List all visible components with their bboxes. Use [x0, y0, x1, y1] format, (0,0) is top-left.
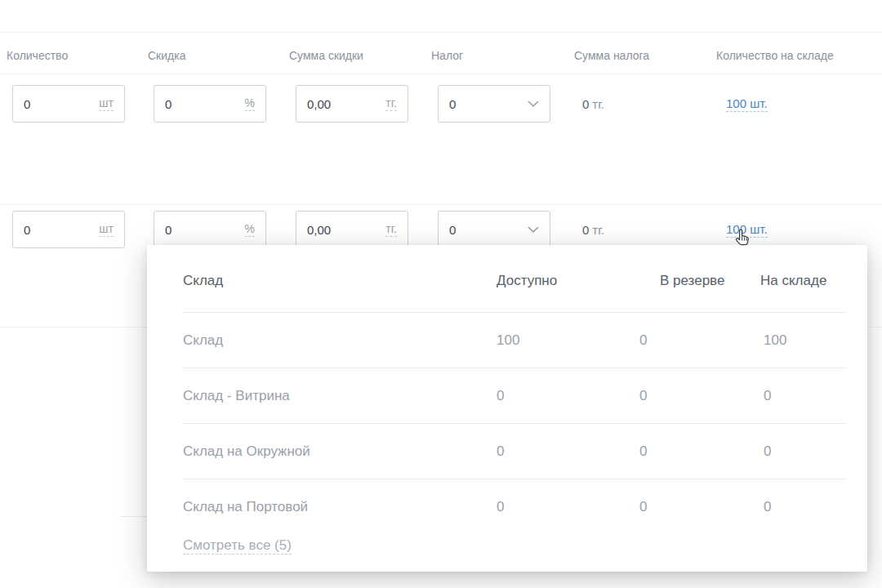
reserved-value: 0 — [639, 499, 760, 515]
popup-col-available: Доступно — [497, 273, 639, 289]
stock-cell: 100 шт. — [726, 85, 768, 122]
col-header-discount: Скидка — [148, 49, 185, 62]
discount-input[interactable]: % — [154, 211, 266, 248]
stock-popup: Склад Доступно В резерве На складе Склад… — [147, 245, 867, 572]
quantity-value-field[interactable] — [24, 97, 81, 111]
discount-sum-input[interactable]: тг. — [296, 211, 408, 248]
in-stock-value: 0 — [760, 443, 848, 460]
col-header-discount-sum: Сумма скидки — [289, 49, 363, 62]
available-value: 100 — [497, 332, 639, 349]
tax-sum-unit: тг. — [592, 97, 604, 111]
tax-sum-cell: 0 тг. — [582, 85, 604, 122]
popup-header-row: Склад Доступно В резерве На складе — [183, 249, 848, 313]
popup-row: Склад 100 0 100 — [183, 313, 848, 368]
warehouse-name: Склад — [183, 332, 497, 349]
tax-select[interactable]: 0 — [438, 85, 550, 122]
tax-selected-value: 0 — [449, 223, 456, 237]
discount-value-field[interactable] — [165, 223, 222, 237]
row-divider — [121, 516, 147, 517]
stock-cell: 100 шт. — [726, 211, 768, 248]
product-row: шт % тг. 0 0 тг. 100 шт. — [0, 211, 882, 248]
top-divider — [0, 32, 882, 33]
discount-unit-label: % — [245, 96, 255, 111]
popup-row: Склад - Витрина 0 0 0 — [183, 368, 848, 424]
col-header-quantity: Количество — [7, 49, 68, 62]
popup-col-in-stock: На складе — [760, 273, 848, 289]
in-stock-value: 100 — [760, 332, 848, 349]
quantity-unit-label: шт — [99, 96, 114, 111]
col-header-tax: Налог — [431, 49, 463, 62]
popup-row: Склад на Окружной 0 0 0 — [183, 424, 848, 479]
tax-sum-value: 0 — [582, 223, 589, 237]
product-row: шт % тг. 0 0 тг. 100 шт. — [0, 85, 882, 122]
discount-sum-value-field[interactable] — [307, 223, 364, 237]
warehouse-name: Склад на Окружной — [183, 443, 497, 460]
tax-sum-unit: тг. — [592, 223, 604, 237]
available-value: 0 — [497, 388, 639, 404]
quantity-value-field[interactable] — [24, 223, 81, 237]
discount-sum-value-field[interactable] — [307, 97, 364, 111]
order-items-panel: Количество Скидка Сумма скидки Налог Сум… — [0, 0, 882, 588]
stock-link[interactable]: 100 шт. — [726, 96, 768, 112]
popup-col-warehouse: Склад — [183, 273, 497, 289]
tax-sum-value: 0 — [582, 97, 589, 111]
discount-sum-unit-label: тг. — [385, 222, 397, 237]
col-header-stock: Количество на складе — [716, 49, 834, 62]
in-stock-value: 0 — [760, 499, 848, 515]
discount-value-field[interactable] — [165, 97, 222, 111]
reserved-value: 0 — [639, 388, 760, 404]
in-stock-value: 0 — [760, 388, 848, 404]
stock-link[interactable]: 100 шт. — [726, 221, 768, 238]
chevron-down-icon — [528, 226, 539, 234]
view-all-link[interactable]: Смотреть все (5) — [183, 537, 292, 555]
quantity-input[interactable]: шт — [12, 211, 125, 248]
reserved-value: 0 — [639, 332, 760, 349]
warehouse-name: Склад - Витрина — [183, 388, 497, 404]
discount-input[interactable]: % — [154, 85, 266, 122]
available-value: 0 — [497, 443, 639, 460]
reserved-value: 0 — [639, 443, 760, 460]
row-divider — [0, 204, 882, 205]
header-divider — [0, 74, 882, 74]
discount-unit-label: % — [245, 222, 255, 237]
quantity-input[interactable]: шт — [12, 85, 125, 122]
popup-row: Склад на Портовой 0 0 0 — [183, 479, 848, 534]
tax-selected-value: 0 — [449, 97, 456, 111]
available-value: 0 — [497, 499, 639, 515]
tax-select[interactable]: 0 — [438, 211, 550, 248]
warehouse-name: Склад на Портовой — [183, 499, 497, 515]
chevron-down-icon — [528, 100, 539, 108]
popup-col-reserved: В резерве — [639, 273, 760, 289]
quantity-unit-label: шт — [99, 222, 114, 237]
discount-sum-input[interactable]: тг. — [296, 85, 408, 122]
tax-sum-cell: 0 тг. — [582, 211, 604, 248]
discount-sum-unit-label: тг. — [385, 96, 397, 111]
col-header-tax-sum: Сумма налога — [574, 49, 649, 62]
